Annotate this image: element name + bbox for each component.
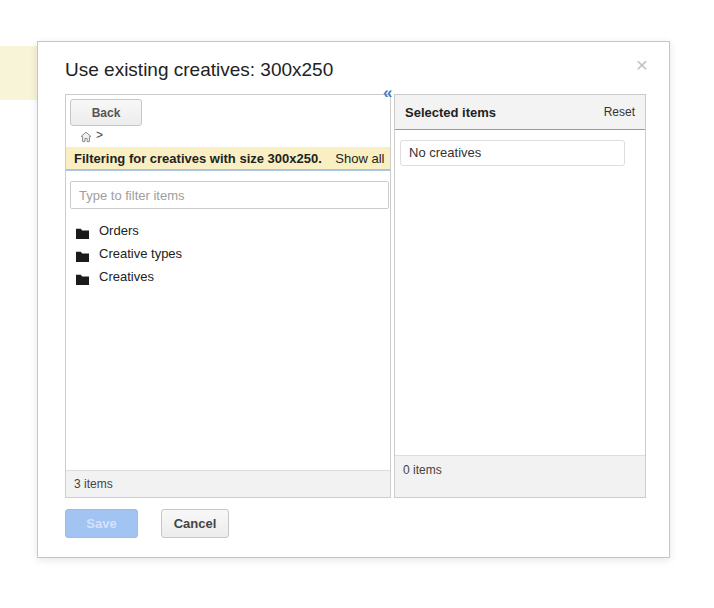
empty-selection-box: No creatives <box>400 140 625 166</box>
list-item-creatives[interactable]: Creatives <box>66 265 390 288</box>
save-button[interactable]: Save <box>65 509 138 538</box>
filter-notice: Filtering for creatives with size 300x25… <box>66 147 390 171</box>
cancel-button[interactable]: Cancel <box>161 509 229 538</box>
list-item-creative-types[interactable]: Creative types <box>66 242 390 265</box>
use-existing-creatives-dialog: Use existing creatives: 300x250 × « Back… <box>37 41 670 558</box>
filter-items-input[interactable] <box>70 181 389 209</box>
browse-panel: Back > Filtering for creatives with size… <box>65 94 391 498</box>
page-background: Use existing creatives: 300x250 × « Back… <box>0 0 714 608</box>
list-item-orders[interactable]: Orders <box>66 219 390 242</box>
home-icon[interactable] <box>80 129 92 141</box>
list-item-label: Creatives <box>99 269 154 284</box>
selected-items-count: 0 items <box>395 455 645 497</box>
close-icon[interactable]: × <box>632 55 652 75</box>
background-highlight-strip <box>0 46 38 100</box>
dialog-title: Use existing creatives: 300x250 <box>65 59 333 81</box>
back-button[interactable]: Back <box>70 99 142 126</box>
show-all-link[interactable]: Show all <box>335 151 384 166</box>
list-item-label: Creative types <box>99 246 182 261</box>
selected-items-header: Reset Selected items <box>395 95 645 130</box>
filter-notice-text: Filtering for creatives with size 300x25… <box>74 151 322 166</box>
folder-icon <box>76 271 89 282</box>
browse-panel-item-count: 3 items <box>66 470 390 497</box>
list-item-label: Orders <box>99 223 139 238</box>
selected-items-panel: Reset Selected items No creatives 0 item… <box>394 94 646 498</box>
folder-icon <box>76 248 89 259</box>
breadcrumb-separator: > <box>96 128 103 142</box>
collapse-left-icon[interactable]: « <box>383 86 392 100</box>
folder-list: Orders Creative types Creatives <box>66 219 390 288</box>
reset-link[interactable]: Reset <box>604 95 635 129</box>
folder-icon <box>76 225 89 236</box>
breadcrumb: > <box>80 128 103 142</box>
selected-items-title: Selected items <box>405 105 496 120</box>
